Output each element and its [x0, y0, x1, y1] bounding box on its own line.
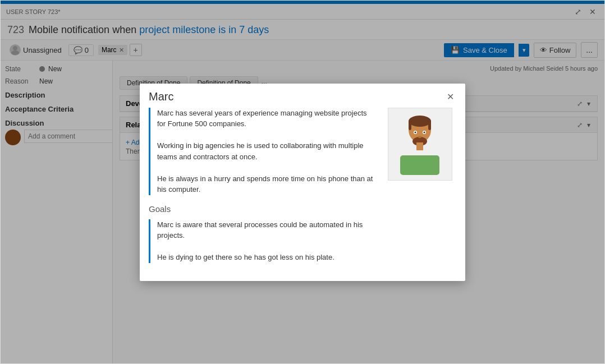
svg-rect-4 — [409, 120, 411, 130]
goals-title: Goals — [149, 204, 374, 214]
svg-point-10 — [424, 131, 425, 133]
svg-rect-14 — [416, 142, 423, 150]
modal-para-1: Marc has several years of experience man… — [157, 108, 374, 130]
modal-goals-para-2: He is dying to get there so he has got l… — [157, 252, 374, 263]
svg-point-9 — [415, 131, 416, 133]
modal-overlay: Marc ✕ Marc has several years of experie… — [1, 1, 604, 363]
modal-para-2: Working in big agencies he is used to co… — [157, 140, 374, 162]
modal-avatar-image — [388, 108, 452, 181]
work-item-panel: USER STORY 723* ⤢ ✕ 723 Mobile notificat… — [0, 0, 605, 364]
marc-modal: Marc ✕ Marc has several years of experie… — [140, 84, 465, 281]
svg-point-11 — [418, 136, 421, 138]
svg-rect-5 — [428, 120, 431, 130]
svg-rect-13 — [400, 155, 439, 175]
person-illustration — [395, 113, 445, 175]
modal-close-button[interactable]: ✕ — [444, 90, 456, 103]
modal-para-3: He is always in a hurry and spends more … — [157, 173, 374, 195]
modal-title: Marc — [149, 90, 173, 103]
modal-header: Marc ✕ — [140, 84, 465, 108]
svg-point-3 — [409, 116, 431, 127]
modal-goals-para-1: Marc is aware that several processes cou… — [157, 219, 374, 241]
modal-intro-quote: Marc has several years of experience man… — [149, 108, 374, 195]
modal-goals-quote: Marc is aware that several processes cou… — [149, 219, 374, 263]
modal-avatar-area — [383, 108, 456, 272]
modal-body: Marc has several years of experience man… — [140, 108, 465, 281]
modal-text-area: Marc has several years of experience man… — [149, 108, 374, 272]
